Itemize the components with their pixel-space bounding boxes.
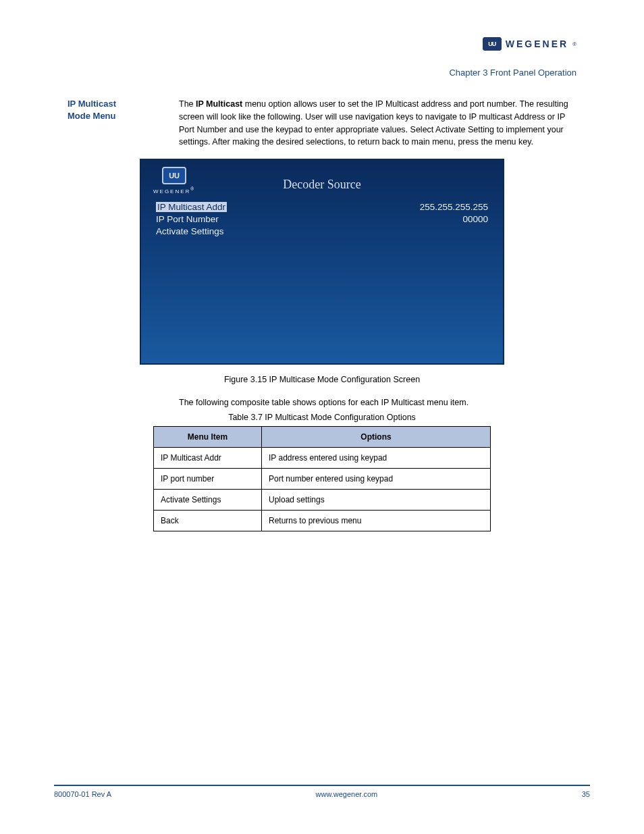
logo-badge-icon: UU — [483, 37, 502, 51]
footer-docnum: 800070-01 Rev A — [54, 790, 111, 798]
table-row: IP port number Port number entered using… — [154, 469, 491, 490]
page-content: Chapter 3 Front Panel Operation IP Multi… — [68, 68, 576, 531]
options-table: Menu Item Options IP Multicast Addr IP a… — [153, 426, 491, 531]
footer-divider — [54, 785, 590, 786]
cell-menu-item: Back — [154, 511, 262, 531]
panel-row-ip-port[interactable]: IP Port Number 00000 — [156, 214, 488, 224]
cell-options: IP address entered using keypad — [262, 448, 491, 469]
figure-caption: Figure 3.15 IP Multicase Mode Configurat… — [68, 375, 576, 384]
row-label: IP Multicast Addr — [156, 202, 227, 212]
table-row: Back Returns to previous menu — [154, 511, 491, 531]
panel-rows: IP Multicast Addr 255.255.255.255 IP Por… — [156, 202, 488, 238]
brand-name: WEGENER — [506, 38, 568, 49]
section-label-line1: IP Multicast — [68, 99, 116, 109]
row-value: 00000 — [462, 214, 488, 224]
footer-pagenum: 35 — [582, 790, 590, 798]
cell-menu-item: IP port number — [154, 469, 262, 490]
panel-row-activate[interactable]: Activate Settings — [156, 226, 488, 236]
decoder-source-panel: UU WEGENER® Decoder Source IP Multicast … — [140, 159, 504, 365]
row-label: IP Port Number — [156, 214, 219, 224]
table-intro: The following composite table shows opti… — [179, 398, 576, 407]
body-prefix: The — [179, 99, 196, 109]
registered-mark: ® — [572, 41, 576, 47]
panel-title: Decoder Source — [141, 178, 503, 192]
cell-options: Returns to previous menu — [262, 511, 491, 531]
table-row: Activate Settings Upload settings — [154, 490, 491, 511]
row-value: 255.255.255.255 — [420, 202, 488, 212]
panel-row-ip-multicast[interactable]: IP Multicast Addr 255.255.255.255 — [156, 202, 488, 212]
col-menu-item: Menu Item — [154, 427, 262, 448]
section-label-line2: Mode Menu — [68, 111, 116, 121]
table-header-row: Menu Item Options — [154, 427, 491, 448]
chapter-heading: Chapter 3 Front Panel Operation — [68, 68, 576, 78]
table-caption: Table 3.7 IP Multicast Mode Configuratio… — [68, 413, 576, 422]
section-body: The IP Multicast menu option allows user… — [179, 98, 576, 149]
cell-options: Upload settings — [262, 490, 491, 511]
table-row: IP Multicast Addr IP address entered usi… — [154, 448, 491, 469]
cell-options: Port number entered using keypad — [262, 469, 491, 490]
cell-menu-item: Activate Settings — [154, 490, 262, 511]
row-label: Activate Settings — [156, 226, 224, 236]
body-strong: IP Multicast — [196, 99, 242, 109]
cell-menu-item: IP Multicast Addr — [154, 448, 262, 469]
footer-url: www.wegener.com — [316, 790, 378, 798]
page-footer: 800070-01 Rev A www.wegener.com 35 — [54, 790, 590, 798]
col-options: Options — [262, 427, 491, 448]
brand-logo-header: UU WEGENER ® — [483, 37, 576, 51]
section-row: IP Multicast Mode Menu The IP Multicast … — [68, 98, 576, 149]
section-side-label: IP Multicast Mode Menu — [68, 98, 179, 149]
